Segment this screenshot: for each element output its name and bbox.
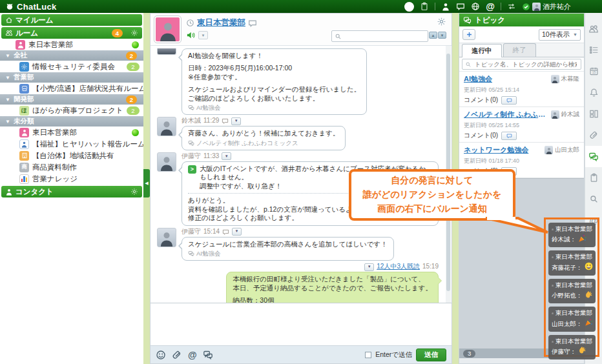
app-logo[interactable]: ChatLuck: [5, 2, 57, 12]
sidebar-room-fukushi[interactable]: 【福祉】ヒヤリハット報告ルーム: [0, 138, 143, 150]
bell-icon[interactable]: [585, 82, 602, 103]
balloon-user: 斉藤花子：: [552, 263, 583, 273]
topic-tag-label: ノベルティ制作 ふわふわコミックス: [196, 139, 298, 147]
paperclip-icon[interactable]: [585, 125, 602, 146]
speaker-dropdown[interactable]: ▼: [198, 31, 208, 39]
checklist-icon[interactable]: [585, 39, 602, 61]
panels-icon[interactable]: [585, 103, 602, 125]
sidebar-room-jichitai[interactable]: 【自治体】地域活動共有: [0, 150, 143, 161]
message-menu-button[interactable]: ▼: [364, 263, 374, 271]
message-bubble[interactable]: 斉藤さん、ありがとう！候補に加えておきます。 ノベルティ制作 ふわふわコミックス: [182, 126, 346, 150]
message-time: 11:29: [203, 117, 219, 125]
sidebar-room-knowledge[interactable]: 営業ナレッジ: [0, 173, 143, 185]
search-icon[interactable]: [404, 2, 414, 12]
mention-icon[interactable]: @: [486, 2, 495, 11]
unread-badge: 2: [127, 63, 140, 71]
reaction-balloon[interactable]: 東日本営業部 斉藤花子：: [548, 250, 596, 275]
room-label: 商品資料制作: [32, 163, 77, 172]
topics-icon[interactable]: [585, 146, 602, 167]
sidebar-category-eigyobu[interactable]: ▼ 営業部: [0, 72, 143, 83]
read-status-link[interactable]: 12人中3人既読: [377, 263, 420, 271]
own-message-bubble[interactable]: 本橋銀行の田町様より受注いただきました「製品」について、 本日、予定通り納品する…: [226, 272, 439, 303]
search-next-button[interactable]: ▼: [438, 32, 446, 39]
sidebar-category-mibunrui[interactable]: ▼ 未分類: [0, 116, 143, 126]
group-icon[interactable]: [585, 18, 602, 39]
gear-icon[interactable]: [130, 188, 138, 196]
message-line: ※任意参加です。: [188, 73, 360, 81]
tab-finished[interactable]: 終了: [503, 43, 536, 57]
presence-online-icon: [132, 129, 139, 136]
sidebar-collapse-handle[interactable]: ◀: [143, 169, 150, 197]
topic-link[interactable]: ノベルティ制作 ふわふわコミックス: [464, 110, 548, 119]
message-search-input[interactable]: [344, 32, 425, 41]
add-topic-button[interactable]: [462, 29, 475, 40]
topic-tag[interactable]: AI勉強会: [188, 250, 388, 258]
topic-tag[interactable]: ノベルティ制作 ふわふわコミックス: [188, 139, 339, 147]
user-menu[interactable]: 酒井祐介: [522, 2, 571, 12]
sidebar-room-hogaraka[interactable]: ほ ほがらか商事プロジェクト 2: [0, 105, 143, 116]
sidebar-room-higashi-nihon[interactable]: 東日本営業部: [0, 39, 143, 50]
welfare-room-icon: [19, 139, 29, 149]
message-menu-button[interactable]: ▼: [232, 228, 242, 236]
room-name-link[interactable]: 東日本営業部: [197, 17, 245, 28]
sidebar-room-shohin[interactable]: 商 商品資料制作: [0, 161, 143, 173]
clipboard-icon[interactable]: [585, 167, 602, 188]
compose-area[interactable]: [150, 303, 451, 345]
topic-link[interactable]: ネットワーク勉強会: [464, 145, 542, 155]
category-label: 営業部: [14, 73, 34, 82]
topic-link[interactable]: AI勉強会: [464, 74, 548, 84]
clipboard-icon[interactable]: [420, 2, 429, 11]
message-bubble[interactable]: スケジュールに営業企画本部の高橋さんを追加してほしいです！ AI勉強会: [182, 237, 394, 261]
chat-icon[interactable]: [456, 2, 465, 11]
callout-tail: [478, 217, 552, 235]
sidebar-item-contacts[interactable]: コンタクト: [1, 186, 142, 197]
sidebar-room-security[interactable]: 情報セキュリティ委員会 2: [0, 61, 143, 72]
transfer-icon[interactable]: [507, 2, 516, 11]
category-label: 全社: [14, 51, 27, 60]
message-menu-button[interactable]: ▼: [222, 152, 231, 160]
reply-bubble-icon[interactable]: [222, 117, 229, 125]
attach-icon[interactable]: [172, 350, 182, 360]
room-chat-icon[interactable]: [248, 19, 257, 28]
sidebar-room-higashi-nihon-2[interactable]: 東日本営業部: [0, 126, 143, 138]
topic-tag-icon: [188, 140, 194, 147]
reaction-balloon[interactable]: 東日本営業部 伊藤守：: [548, 335, 596, 359]
tab-in-progress[interactable]: 進行中: [462, 44, 502, 57]
message-time: 15:19: [422, 263, 439, 271]
balloon-room: 東日本営業部: [555, 337, 592, 347]
send-button[interactable]: 送信: [416, 349, 446, 361]
topic-tag[interactable]: AI勉強会: [188, 104, 360, 112]
sidebar-item-rooms[interactable]: ルーム 4: [1, 27, 142, 39]
balloon-user: 鈴木誠：: [552, 235, 576, 245]
gear-icon[interactable]: [130, 29, 138, 37]
speaker-icon[interactable]: [186, 30, 196, 40]
room-settings-gear-icon[interactable]: [437, 17, 446, 26]
display-count-select[interactable]: 10件表示 ▼: [539, 29, 581, 41]
search-icon[interactable]: [585, 188, 602, 210]
topic-search-input[interactable]: [473, 60, 578, 68]
search-prev-button[interactable]: ▲: [429, 32, 437, 39]
sidebar-room-retail[interactable]: 【小売/流通】店舗状況共有ルーム: [0, 83, 143, 94]
clap-icon: [585, 290, 593, 302]
sidebar-category-kaihatsubu[interactable]: ▼ 開発部 2: [0, 94, 143, 105]
reaction-balloon[interactable]: 東日本営業部 山田太郎：: [548, 307, 596, 331]
comment-button[interactable]: [501, 132, 517, 140]
sidebar-item-myroom[interactable]: マイルーム: [1, 14, 142, 26]
mention-icon[interactable]: @: [188, 350, 197, 359]
calendar-icon[interactable]: [585, 61, 602, 82]
quote-reply-icon[interactable]: [203, 350, 213, 360]
globe-icon[interactable]: [471, 2, 480, 11]
balloon-room: 東日本営業部: [555, 281, 592, 290]
enter-send-checkbox[interactable]: [365, 352, 371, 358]
reaction-balloon[interactable]: 東日本営業部 小野拓也：: [548, 279, 596, 303]
reply-bubble-icon[interactable]: [222, 228, 229, 236]
reaction-balloon[interactable]: 東日本営業部 鈴木誠：: [548, 223, 596, 247]
message-menu-button[interactable]: ▼: [231, 117, 241, 125]
message-bubble[interactable]: AI勉強会を開催します！ 日時：2023年6月5(月)16:00-17:00 ※…: [182, 48, 367, 115]
comment-button[interactable]: [501, 96, 517, 105]
updated-label: 更新日時: [464, 157, 487, 164]
emoji-icon[interactable]: [156, 350, 166, 360]
contacts-icon[interactable]: [441, 2, 450, 11]
sidebar-category-zensha[interactable]: ▼ 全社 2: [0, 50, 143, 61]
category-label: 未分類: [14, 117, 34, 126]
